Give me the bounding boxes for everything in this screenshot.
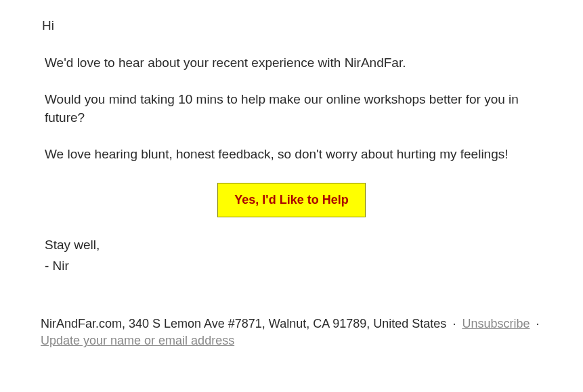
body-paragraph-2: Would you mind taking 10 mins to help ma… xyxy=(41,91,542,127)
body-paragraph-3: We love hearing blunt, honest feedback, … xyxy=(41,146,542,164)
signoff-text: Stay well, xyxy=(41,236,542,255)
body-paragraph-1: We'd love to hear about your recent expe… xyxy=(41,54,542,72)
email-footer: NirAndFar.com, 340 S Lemon Ave #7871, Wa… xyxy=(41,315,542,349)
footer-separator: · xyxy=(452,317,456,330)
cta-button-container: Yes, I'd Like to Help xyxy=(41,183,542,217)
help-cta-button[interactable]: Yes, I'd Like to Help xyxy=(217,183,365,217)
signature-text: - Nir xyxy=(41,257,542,276)
footer-separator: · xyxy=(536,317,539,330)
footer-address: NirAndFar.com, 340 S Lemon Ave #7871, Wa… xyxy=(41,317,446,330)
greeting-text: Hi xyxy=(41,17,542,35)
update-info-link[interactable]: Update your name or email address xyxy=(41,334,234,347)
unsubscribe-link[interactable]: Unsubscribe xyxy=(462,317,530,330)
